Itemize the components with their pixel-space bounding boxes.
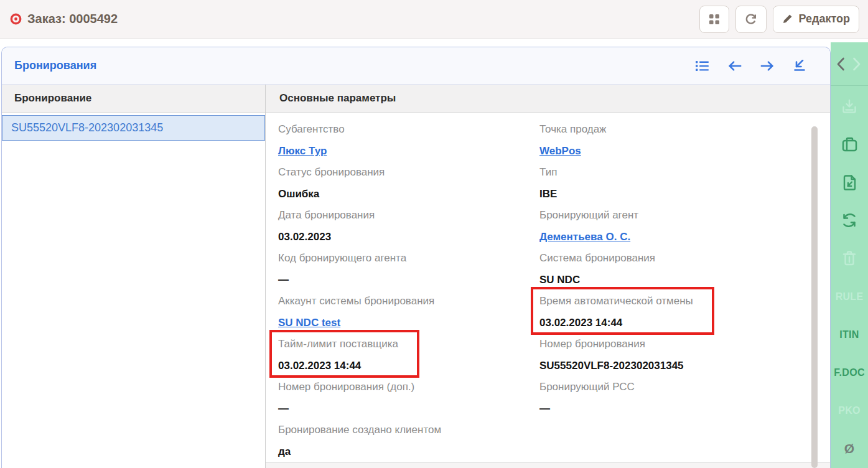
vertical-scrollbar [811, 126, 818, 468]
booking-list-item[interactable]: SU55520VLF8-202302031345 [2, 115, 265, 141]
editor-button[interactable]: Редактор [773, 6, 859, 33]
param-row: Точка продажWebPos [539, 119, 801, 162]
param-value: SU55520VLF8-202302031345 [539, 355, 684, 377]
param-label: Время автоматической отмены [539, 291, 693, 312]
param-label: Статус бронирования [278, 162, 385, 183]
param-label: Тайм-лимит поставщика [278, 334, 398, 355]
panel-title: Бронирования [14, 59, 96, 72]
top-header: Заказ: 0005492 [0, 0, 868, 39]
list-view-icon[interactable] [696, 59, 709, 73]
delete-icon [836, 248, 863, 269]
param-value: SU NDC test [278, 312, 434, 334]
param-value: Люкс Тур [278, 140, 345, 162]
param-label: Код бронирующего агента [278, 248, 406, 269]
collapse-arrow-icon[interactable] [793, 59, 806, 73]
param-value-link[interactable]: Люкс Тур [278, 145, 327, 157]
param-value-link[interactable]: SU NDC test [278, 317, 340, 329]
topbar-actions: Редактор [699, 6, 859, 33]
refresh-button[interactable] [735, 6, 767, 33]
panel-toolbar [696, 59, 806, 73]
param-row: Аккаунт системы бронированияSU NDC test [278, 291, 539, 334]
params-column-left: СубагентствоЛюкс ТурСтатус бронированияО… [278, 119, 539, 462]
param-row: Код бронирующего агента— [278, 248, 539, 291]
main-params-header: Основные параметры [266, 85, 830, 113]
param-row: Статус бронированияОшибка [278, 162, 539, 205]
param-value: — [278, 398, 414, 419]
sidebar-item-itin[interactable]: ITIN [836, 324, 863, 345]
pencil-icon [782, 14, 793, 24]
param-value: 03.02.2023 14:44 [539, 312, 693, 334]
param-label: Номер бронирования (доп.) [278, 377, 414, 398]
param-row: Время автоматической отмены03.02.2023 14… [539, 291, 801, 334]
param-value: 03.02.2023 [278, 226, 375, 248]
import-icon [836, 96, 863, 117]
param-value: Ошибка [278, 183, 385, 205]
param-label: Аккаунт системы бронирования [278, 291, 434, 312]
sidebar-item-pko: PKO [836, 400, 863, 421]
sidebar-item-fdoc[interactable]: F.DOC [836, 362, 863, 383]
param-label: Номер бронирования [539, 334, 684, 355]
sidebar-items: RULEITINF.DOCPKOØ [831, 86, 868, 468]
param-row: Система бронированияSU NDC [539, 248, 801, 291]
param-value-link[interactable]: WebPos [539, 145, 581, 157]
sidebar-item-rule: RULE [836, 286, 863, 307]
bookings-list-column: Бронирование SU55520VLF8-202302031345 [2, 85, 266, 468]
param-label: Бронирование создано клиентом [278, 419, 441, 441]
param-value: — [278, 269, 406, 291]
chevron-right-icon[interactable] [852, 57, 862, 71]
params-grid: СубагентствоЛюкс ТурСтатус бронированияО… [266, 113, 830, 462]
bookings-panel-header: Бронирования [2, 47, 830, 85]
grid-view-button[interactable] [699, 6, 729, 33]
order-title-label: Заказ: 0005492 [27, 12, 118, 26]
bookings-panel: Бронирования [1, 47, 831, 468]
param-row: СубагентствоЛюкс Тур [278, 119, 539, 162]
next-section-divider [266, 462, 830, 468]
param-value: да [278, 441, 441, 462]
main-params-column: Основные параметры СубагентствоЛюкс ТурС… [266, 85, 830, 468]
order-title: Заказ: 0005492 [10, 12, 118, 26]
param-label: Субагентство [278, 119, 345, 140]
grid-icon [709, 14, 720, 25]
param-row: Бронирующий РСС— [539, 377, 801, 419]
param-row: Бронирование создано клиентомда [278, 419, 539, 462]
panel-body: Бронирование SU55520VLF8-202302031345 Ос… [2, 85, 830, 468]
param-value: SU NDC [539, 269, 655, 291]
params-column-right: Точка продажWebPosТипIBEБронирующий аген… [539, 119, 801, 462]
param-value: — [539, 398, 635, 419]
param-label: Точка продаж [539, 119, 606, 140]
param-row: Бронирующий агентДементьева О. С. [539, 205, 801, 248]
refresh-icon [745, 13, 757, 26]
save-icon[interactable] [836, 134, 863, 155]
param-row: Номер бронированияSU55520VLF8-2023020313… [539, 334, 801, 377]
sidebar-nav [831, 42, 868, 86]
param-value: 03.02.2023 14:44 [278, 355, 398, 377]
param-row: Тайм-лимит поставщика03.02.2023 14:44 [278, 334, 539, 377]
scrollbar-thumb[interactable] [811, 126, 818, 468]
param-label: Тип [539, 162, 557, 183]
file-export-icon[interactable] [836, 172, 863, 193]
arrow-left-icon[interactable] [728, 59, 742, 73]
param-label: Дата бронирования [278, 205, 375, 226]
param-row: ТипIBE [539, 162, 801, 205]
param-row: Дата бронирования03.02.2023 [278, 205, 539, 248]
param-row: Номер бронирования (доп.)— [278, 377, 539, 419]
order-status-icon [10, 13, 22, 25]
param-label: Бронирующий РСС [539, 377, 635, 398]
param-label: Бронирующий агент [539, 205, 638, 226]
param-value: IBE [539, 183, 557, 205]
param-label: Система бронирования [539, 248, 655, 269]
param-value-link[interactable]: Дементьева О. С. [539, 231, 630, 243]
param-value: WebPos [539, 140, 606, 162]
bookings-list-header: Бронирование [2, 85, 265, 113]
arrow-right-icon[interactable] [760, 59, 774, 73]
chevron-left-icon[interactable] [836, 57, 846, 71]
editor-button-label: Редактор [798, 12, 850, 26]
param-value: Дементьева О. С. [539, 226, 638, 248]
sync-icon[interactable] [836, 210, 863, 231]
right-sidebar: RULEITINF.DOCPKOØ [831, 42, 868, 468]
sidebar-item-void[interactable]: Ø [836, 438, 863, 459]
